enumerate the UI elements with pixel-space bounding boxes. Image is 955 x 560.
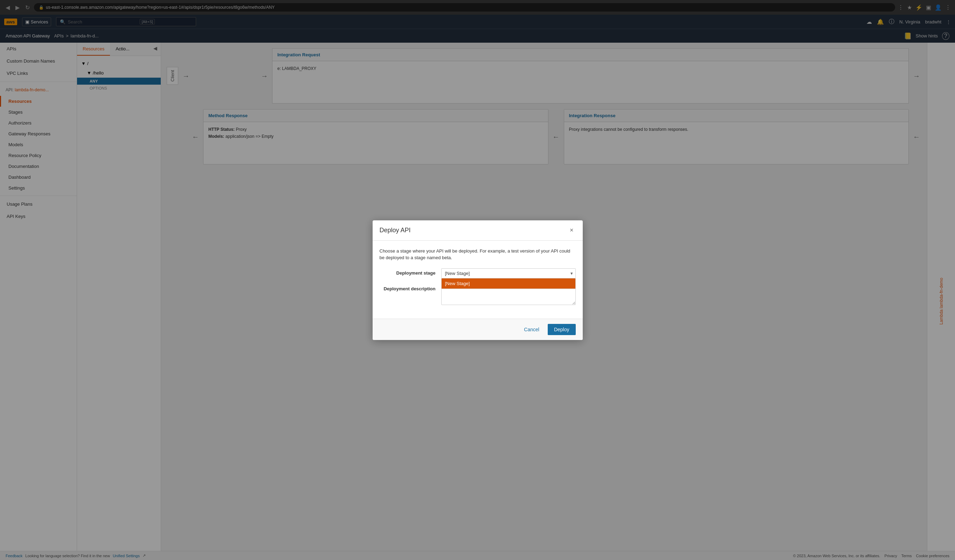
deploy-api-modal: Deploy API × Choose a stage where your A… (373, 220, 583, 340)
deploy-button[interactable]: Deploy (548, 324, 576, 335)
modal-close-button[interactable]: × (568, 226, 576, 235)
deployment-stage-row: Deployment stage [New Stage] ▾ [New Stag… (380, 268, 576, 278)
stage-dropdown-list[interactable]: [New Stage] (441, 278, 576, 289)
modal-overlay[interactable]: Deploy API × Choose a stage where your A… (0, 0, 955, 560)
modal-body: Choose a stage where your API will be de… (373, 241, 583, 319)
dropdown-item-new-stage[interactable]: [New Stage] (441, 278, 575, 289)
deployment-stage-select[interactable]: [New Stage] (441, 268, 576, 278)
deployment-stage-input-area: [New Stage] ▾ [New Stage] (441, 268, 576, 278)
modal-title: Deploy API (380, 227, 411, 234)
deployment-desc-label: Deployment description (380, 284, 436, 292)
deployment-stage-label: Deployment stage (380, 268, 436, 276)
cancel-button[interactable]: Cancel (519, 324, 544, 335)
deployment-stage-select-wrapper: [New Stage] ▾ [New Stage] (441, 268, 576, 278)
modal-header: Deploy API × (373, 220, 583, 241)
modal-description: Choose a stage where your API will be de… (380, 248, 576, 261)
modal-footer: Cancel Deploy (373, 319, 583, 340)
